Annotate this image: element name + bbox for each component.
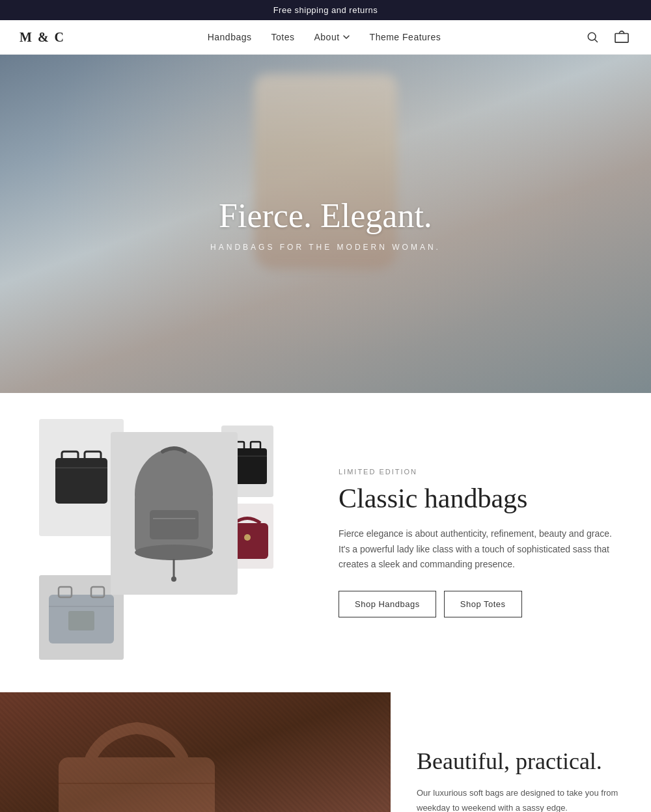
svg-rect-29 (59, 757, 215, 812)
nav-link-theme-features[interactable]: Theme Features (370, 32, 441, 42)
svg-point-10 (135, 545, 213, 560)
nav-link-about[interactable]: About (314, 32, 350, 42)
hero-title: Fierce. Elegant. (210, 196, 441, 235)
svg-rect-28 (68, 611, 94, 630)
feature-description: Fierce elegance is about authenticity, r… (339, 526, 612, 573)
logo[interactable]: M & C (20, 30, 65, 45)
hero-section: Fierce. Elegant. HANDBAGS FOR THE MODERN… (0, 55, 651, 393)
second-section-image (0, 692, 391, 812)
header-icons (583, 28, 631, 46)
feature-section: LIMITED EDITION Classic handbags Fierce … (0, 393, 651, 692)
feature-buttons: Shop Handbags Shop Totes (339, 591, 612, 617)
svg-rect-11 (150, 510, 199, 539)
svg-rect-1 (615, 34, 628, 43)
feature-image-2 (111, 432, 238, 595)
announcement-text: Free shipping and returns (273, 5, 378, 15)
search-button[interactable] (583, 28, 602, 46)
nav-item-theme-features[interactable]: Theme Features (370, 31, 441, 43)
nav-item-totes[interactable]: Totes (271, 31, 295, 43)
decorative-bag-svg (39, 705, 234, 812)
second-text-1: Our luxurious soft bags are designed to … (417, 786, 625, 812)
main-nav: Handbags Totes About Theme Features (208, 31, 441, 43)
nav-item-about[interactable]: About (314, 32, 350, 42)
nav-list: Handbags Totes About Theme Features (208, 31, 441, 43)
shop-handbags-button[interactable]: Shop Handbags (339, 591, 436, 617)
second-section-content: Beautiful, practical. Our luxurious soft… (391, 692, 651, 812)
second-section: Beautiful, practical. Our luxurious soft… (0, 692, 651, 812)
nav-link-handbags[interactable]: Handbags (208, 32, 252, 42)
limited-edition-label: LIMITED EDITION (339, 468, 612, 476)
nav-item-handbags[interactable]: Handbags (208, 31, 252, 43)
announcement-bar: Free shipping and returns (0, 0, 651, 20)
feature-content: LIMITED EDITION Classic handbags Fierce … (339, 468, 612, 618)
chevron-down-icon (342, 33, 350, 41)
hero-content: Fierce. Elegant. HANDBAGS FOR THE MODERN… (210, 196, 441, 252)
cart-icon (615, 31, 629, 44)
cart-button[interactable] (612, 28, 631, 46)
nav-link-totes[interactable]: Totes (271, 32, 295, 42)
feature-heading: Classic handbags (339, 483, 612, 513)
feature-images (39, 419, 299, 666)
svg-rect-3 (55, 458, 107, 504)
search-icon (586, 31, 599, 44)
second-heading: Beautiful, practical. (417, 748, 625, 776)
hero-subtitle: HANDBAGS FOR THE MODERN WOMAN. (210, 243, 441, 252)
svg-point-22 (244, 534, 251, 541)
header: M & C Handbags Totes About Theme Feature… (0, 20, 651, 55)
shop-totes-button[interactable]: Shop Totes (444, 591, 522, 617)
svg-point-14 (171, 576, 176, 582)
